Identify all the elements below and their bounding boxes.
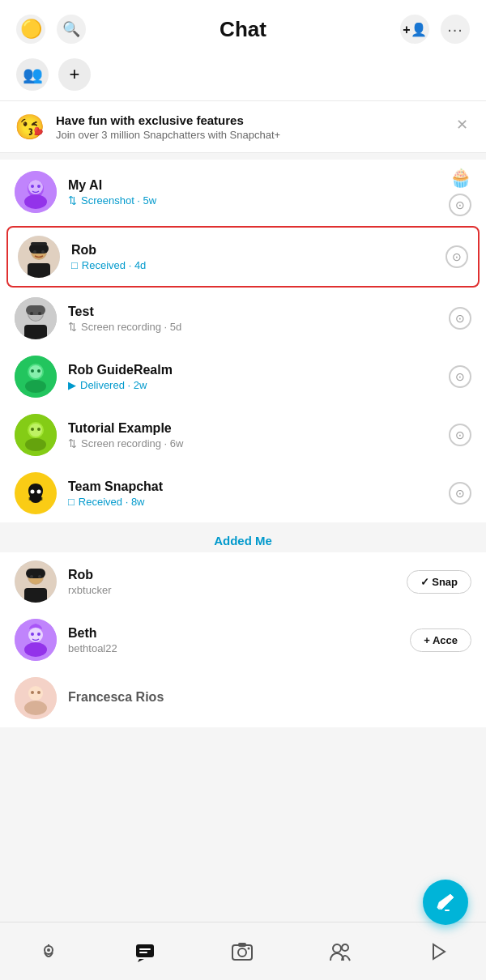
header-right: +👤 ···	[400, 15, 470, 44]
svg-point-26	[37, 369, 40, 373]
avatar-added-beth	[15, 619, 57, 661]
svg-point-58	[238, 948, 246, 957]
svg-point-43	[24, 642, 47, 657]
promo-emoji: 😘	[15, 113, 45, 141]
nav-chat[interactable]	[123, 935, 167, 969]
snap-btn-rob[interactable]: ✓ Snap	[407, 570, 471, 594]
chat-name-robguide: Rob GuideRealm	[68, 363, 437, 377]
chat-info-myai: My AI ⇅ Screenshot · 5w	[68, 178, 437, 207]
avatar-tutorial	[15, 414, 57, 456]
recording-icon-test: ⇅	[68, 321, 77, 333]
page-title: Chat	[86, 17, 400, 42]
svg-point-11	[33, 250, 36, 254]
svg-rect-59	[238, 943, 246, 947]
chat-right-tutorial: ⊙	[449, 424, 471, 446]
svg-point-62	[342, 944, 348, 951]
header: 🟡 🔍 Chat +👤 ···	[0, 0, 486, 52]
nav-camera[interactable]	[220, 934, 265, 969]
accept-btn-beth[interactable]: + Acce	[410, 628, 471, 652]
camera-btn-rob[interactable]: ⊙	[446, 245, 468, 268]
added-info-rob: Rob rxbtucker	[68, 568, 395, 596]
svg-point-61	[333, 944, 341, 952]
svg-point-20	[38, 312, 41, 315]
svg-point-34	[37, 490, 41, 494]
svg-rect-55	[139, 948, 151, 950]
chat-item-team[interactable]: Team Snapchat □ Received · 8w ⊙	[0, 464, 486, 522]
chat-info-test: Test ⇅ Screen recording · 5d	[68, 305, 437, 333]
svg-point-31	[31, 428, 34, 431]
svg-marker-63	[433, 944, 445, 959]
chat-item-tutorial[interactable]: Tutorial Example ⇅ Screen recording · 6w…	[0, 406, 486, 464]
camera-btn-test[interactable]: ⊙	[449, 307, 471, 330]
svg-point-28	[25, 438, 46, 451]
svg-rect-56	[139, 952, 147, 953]
search-btn[interactable]: 🔍	[57, 15, 86, 44]
added-item-beth[interactable]: Beth bethtoal22 + Acce	[0, 611, 486, 669]
nav-friends[interactable]	[318, 935, 363, 969]
compose-fab[interactable]	[423, 880, 468, 925]
added-handle-beth: bethtoal22	[68, 642, 399, 654]
svg-point-5	[37, 185, 40, 188]
camera-btn-tutorial[interactable]: ⊙	[449, 424, 471, 446]
chat-list: My AI ⇅ Screenshot · 5w 🧁 ⊙	[0, 160, 486, 522]
svg-point-46	[37, 633, 40, 636]
screenshot-icon: ⇅	[68, 194, 77, 207]
added-info-beth: Beth bethtoal22	[68, 626, 399, 654]
header-left: 🟡 🔍	[16, 15, 86, 44]
chat-info-team: Team Snapchat □ Received · 8w	[68, 479, 437, 508]
promo-title: Have fun with exclusive features	[56, 113, 441, 127]
promo-close-btn[interactable]: ✕	[453, 113, 471, 137]
avatar-rob	[18, 236, 60, 278]
chat-right-rob: ⊙	[446, 245, 468, 268]
chat-item-robguide[interactable]: Rob GuideRealm ▶ Delivered · 2w ⊙	[0, 347, 486, 406]
added-item-francesca[interactable]: Francesca Rios	[0, 669, 486, 727]
svg-rect-18	[26, 305, 45, 315]
chat-name-rob: Rob	[71, 243, 434, 258]
svg-rect-8	[28, 263, 50, 278]
chat-item-myai[interactable]: My AI ⇅ Screenshot · 5w 🧁 ⊙	[0, 160, 486, 224]
recording-icon-tutorial: ⇅	[68, 437, 77, 450]
added-info-francesca: Francesca Rios	[68, 690, 471, 706]
chat-right-robguide: ⊙	[449, 365, 471, 388]
svg-point-41	[38, 575, 41, 578]
svg-rect-13	[31, 242, 47, 245]
chat-name-team: Team Snapchat	[68, 479, 437, 494]
camera-btn-team[interactable]: ⊙	[449, 482, 471, 505]
bottom-nav	[0, 922, 486, 980]
added-name-beth: Beth	[68, 626, 399, 641]
avatar-myai	[15, 171, 57, 213]
new-chat-btn[interactable]: +	[58, 58, 91, 91]
more-icon: ···	[447, 20, 463, 39]
promo-subtitle: Join over 3 million Snapchatters with Sn…	[56, 129, 441, 141]
chat-name-myai: My AI	[68, 178, 437, 193]
svg-point-12	[41, 250, 45, 254]
chat-name-test: Test	[68, 305, 437, 319]
chat-name-tutorial: Tutorial Example	[68, 421, 437, 436]
chat-sub-test: ⇅ Screen recording · 5d	[68, 321, 437, 333]
received-icon-team: □	[68, 496, 75, 508]
add-friend-btn[interactable]: +👤	[400, 15, 429, 44]
nav-map[interactable]	[27, 935, 70, 969]
plus-icon: +	[70, 64, 80, 85]
chat-right-team: ⊙	[449, 482, 471, 505]
added-me-list: Rob rxbtucker ✓ Snap Beth bethtoal22 + A…	[0, 552, 486, 727]
sub-header: 👥 +	[0, 52, 486, 100]
promo-banner: 😘 Have fun with exclusive features Join …	[0, 101, 486, 152]
camera-btn-robguide[interactable]: ⊙	[449, 365, 471, 388]
svg-point-25	[31, 369, 34, 373]
chat-item-rob[interactable]: Rob □ Received · 4d ⊙	[6, 226, 480, 288]
profile-icon-btn[interactable]: 🟡	[16, 15, 45, 44]
svg-point-45	[31, 633, 34, 636]
chat-item-test[interactable]: Test ⇅ Screen recording · 5d ⊙	[0, 289, 486, 347]
avatar-added-rob	[15, 560, 57, 603]
svg-point-2	[24, 194, 47, 209]
svg-point-32	[37, 428, 40, 431]
groups-btn[interactable]: 👥	[16, 58, 49, 91]
added-item-rob[interactable]: Rob rxbtucker ✓ Snap	[0, 552, 486, 611]
nav-stories[interactable]	[416, 935, 459, 969]
camera-btn-myai[interactable]: ⊙	[449, 194, 471, 216]
added-handle-rob: rxbtucker	[68, 584, 395, 596]
avatar-test	[15, 297, 57, 339]
more-btn[interactable]: ···	[441, 15, 470, 44]
svg-rect-37	[24, 588, 47, 603]
